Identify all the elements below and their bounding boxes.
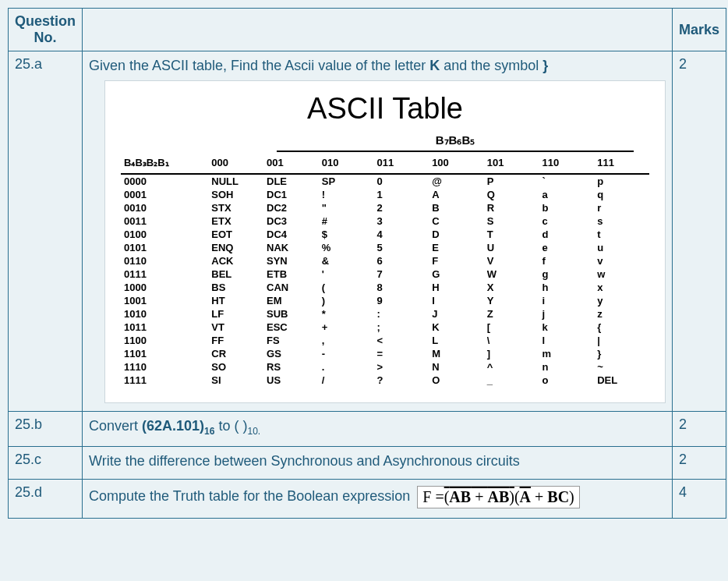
ascii-cell: H	[429, 281, 484, 294]
table-row: 25.d Compute the Truth table for the Boo…	[9, 479, 726, 518]
ascii-cell: &	[319, 254, 374, 267]
ascii-cell: SO	[208, 360, 263, 374]
ascii-cell: DC2	[263, 201, 319, 214]
ascii-cell: >	[373, 360, 429, 374]
text: Compute the Truth table for the Boolean …	[89, 488, 414, 504]
ascii-cell: N	[429, 360, 484, 374]
ascii-row: 0001SOHDC1!1AQaq	[121, 188, 649, 201]
ascii-cell: SP	[319, 174, 374, 188]
qno-cell: 25.d	[9, 479, 83, 518]
text: to ( )	[214, 418, 247, 434]
ascii-cell: .	[319, 360, 374, 374]
ascii-cell: ESC	[263, 321, 319, 334]
ascii-cell: F	[429, 254, 484, 267]
f-bc: BC	[547, 488, 569, 505]
col-001: 001	[263, 152, 319, 174]
f-ab: AB	[449, 488, 471, 505]
ascii-cell: T	[484, 228, 539, 241]
ascii-cell: o	[539, 374, 595, 387]
ascii-cell: STX	[208, 201, 263, 214]
ascii-cell: t	[594, 228, 649, 241]
ascii-row: 1001HTEM)9IYiy	[121, 294, 649, 307]
ascii-row: 0000NULLDLESP0@P`p	[121, 174, 649, 188]
ascii-cell: G	[429, 267, 484, 281]
ascii-cell: "	[319, 201, 374, 214]
ascii-cell: Q	[484, 188, 539, 201]
ascii-cell: d	[539, 228, 595, 241]
ascii-cell: W	[484, 267, 539, 281]
ascii-cell: EM	[263, 294, 319, 307]
ascii-cell: 6	[373, 254, 429, 267]
ascii-cell: 0	[373, 174, 429, 188]
col-010: 010	[319, 152, 374, 174]
ascii-cell: NULL	[208, 174, 263, 188]
ascii-row-label: 1001	[121, 294, 208, 307]
ascii-cell: f	[539, 254, 595, 267]
ascii-cell: CR	[208, 347, 263, 360]
ascii-cell: BEL	[208, 267, 263, 281]
ascii-cell: p	[594, 174, 649, 188]
ascii-row: 1100FFFS,<L\l|	[121, 334, 649, 347]
ascii-cell: -	[319, 347, 374, 360]
ascii-row-label: 0100	[121, 228, 208, 241]
f-abar: A	[487, 488, 498, 505]
ascii-row-header: B₄B₃B₂B₁	[121, 152, 208, 174]
bold-brace: }	[542, 58, 548, 73]
ascii-cell: ~	[594, 360, 649, 374]
ascii-cell: /	[319, 374, 374, 387]
text: Convert	[89, 418, 142, 434]
ascii-cell: DLE	[263, 174, 319, 188]
ascii-cell: %	[319, 241, 374, 254]
formula-lhs: F =	[422, 488, 444, 505]
f-plus2: +	[531, 488, 547, 505]
question-cell: Write the difference between Synchronous…	[83, 446, 673, 479]
ascii-cell: s	[594, 214, 649, 228]
ascii-cell: K	[429, 321, 484, 334]
marks-cell: 2	[673, 446, 726, 479]
f-b: B	[499, 488, 509, 505]
ascii-cell: SUB	[263, 307, 319, 321]
qno-cell: 25.c	[9, 446, 83, 479]
ascii-cell: '	[319, 267, 374, 281]
ascii-cell: SYN	[263, 254, 319, 267]
col-000: 000	[208, 152, 263, 174]
ascii-cell: 2	[373, 201, 429, 214]
ascii-cell: 9	[373, 294, 429, 307]
ascii-cell: BS	[208, 281, 263, 294]
ascii-cell: L	[429, 334, 484, 347]
ascii-cell: ETB	[263, 267, 319, 281]
ascii-cell: y	[594, 294, 649, 307]
ascii-row-label: 0001	[121, 188, 208, 201]
col-111: 111	[594, 152, 649, 174]
ascii-row-label: 0110	[121, 254, 208, 267]
ascii-cell: DC1	[263, 188, 319, 201]
marks-cell: 2	[673, 412, 726, 447]
ascii-cell: b	[539, 201, 595, 214]
ascii-row: 0100EOTDC4$4DTdt	[121, 228, 649, 241]
question-table: Question No. Marks 25.a Given the ASCII …	[8, 8, 726, 519]
question-cell: Given the ASCII table, Find the Ascii va…	[83, 51, 673, 412]
ascii-row: 1101CRGS-=M]m}	[121, 347, 649, 360]
ascii-cell: `	[539, 174, 595, 188]
ascii-cell: P	[484, 174, 539, 188]
ascii-cell: z	[594, 307, 649, 321]
question-text-25d: Compute the Truth table for the Boolean …	[89, 486, 666, 508]
ascii-cell: U	[484, 241, 539, 254]
ascii-cell: 3	[373, 214, 429, 228]
ascii-cell: j	[539, 307, 595, 321]
ascii-row-label: 0000	[121, 174, 208, 188]
ascii-row: 0010STXDC2"2BRbr	[121, 201, 649, 214]
ascii-cell: ENQ	[208, 241, 263, 254]
ascii-cell: M	[429, 347, 484, 360]
ascii-cell: DC4	[263, 228, 319, 241]
ascii-cell: a	[539, 188, 595, 201]
marks-cell: 4	[673, 479, 726, 518]
ascii-cell: V	[484, 254, 539, 267]
ascii-cell: c	[539, 214, 595, 228]
ascii-cell: ;	[373, 321, 429, 334]
ascii-cell: DC3	[263, 214, 319, 228]
question-text-25c: Write the difference between Synchronous…	[89, 453, 666, 469]
header-question	[83, 9, 673, 51]
ascii-cell: 8	[373, 281, 429, 294]
ascii-row-label: 1000	[121, 281, 208, 294]
